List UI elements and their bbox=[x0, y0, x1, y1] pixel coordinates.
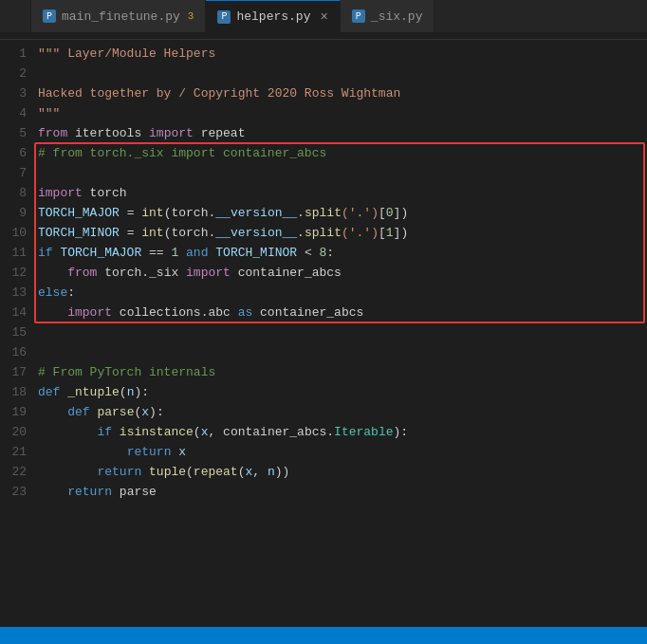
tab-main-finetune[interactable]: P main_finetune.py 3 bbox=[31, 0, 206, 32]
code-line bbox=[38, 342, 647, 362]
tab-welcome[interactable] bbox=[0, 0, 31, 32]
tab-six[interactable]: P _six.py bbox=[341, 0, 435, 32]
code-line: return parse bbox=[38, 482, 647, 502]
code-line: def _ntuple(n): bbox=[38, 382, 647, 402]
code-line: if TORCH_MAJOR == 1 and TORCH_MINOR < 8: bbox=[38, 243, 647, 263]
code-line: from itertools import repeat bbox=[38, 123, 647, 143]
code-line: """ bbox=[38, 103, 647, 123]
code-line: else: bbox=[38, 283, 647, 303]
code-line: return x bbox=[38, 442, 647, 462]
code-line: """ Layer/Module Helpers bbox=[38, 44, 647, 64]
editor-container: P main_finetune.py 3 P helpers.py × P _s… bbox=[0, 0, 647, 644]
py-icon-helpers: P bbox=[217, 10, 231, 24]
code-line bbox=[38, 322, 647, 342]
code-line: TORCH_MINOR = int(torch.__version__.spli… bbox=[38, 223, 647, 243]
tab-helpers[interactable]: P helpers.py × bbox=[206, 0, 340, 32]
code-line: TORCH_MAJOR = int(torch.__version__.spli… bbox=[38, 203, 647, 223]
tab-bar: P main_finetune.py 3 P helpers.py × P _s… bbox=[0, 0, 647, 33]
code-line bbox=[38, 64, 647, 83]
code-line: import torch bbox=[38, 183, 647, 203]
code-line bbox=[38, 163, 647, 183]
code-line: return tuple(repeat(x, n)) bbox=[38, 462, 647, 482]
code-line: # from torch._six import container_abcs bbox=[38, 143, 647, 163]
py-icon-six: P bbox=[352, 9, 365, 23]
py-icon: P bbox=[43, 9, 56, 23]
line-numbers: 1234567891011121314151617181920212223 bbox=[0, 40, 34, 627]
code-line: if isinstance(x, container_abcs.Iterable… bbox=[38, 422, 647, 442]
code-line: import collections.abc as container_abcs bbox=[38, 303, 647, 322]
code-line: Hacked together by / Copyright 2020 Ross… bbox=[38, 83, 647, 103]
tab-badge: 3 bbox=[188, 10, 194, 22]
code-line: def parse(x): bbox=[38, 402, 647, 422]
code-line: # From PyTorch internals bbox=[38, 362, 647, 382]
tab-six-label: _six.py bbox=[371, 9, 423, 24]
bottom-bar bbox=[0, 627, 647, 644]
code-content: """ Layer/Module HelpersHacked together … bbox=[34, 40, 647, 627]
code-area[interactable]: 1234567891011121314151617181920212223 ""… bbox=[0, 40, 647, 627]
tab-helpers-label: helpers.py bbox=[236, 9, 310, 24]
breadcrumb bbox=[0, 33, 647, 40]
code-line: from torch._six import container_abcs bbox=[38, 263, 647, 283]
tab-main-finetune-label: main_finetune.py bbox=[62, 9, 180, 24]
tab-close-helpers[interactable]: × bbox=[320, 10, 327, 24]
